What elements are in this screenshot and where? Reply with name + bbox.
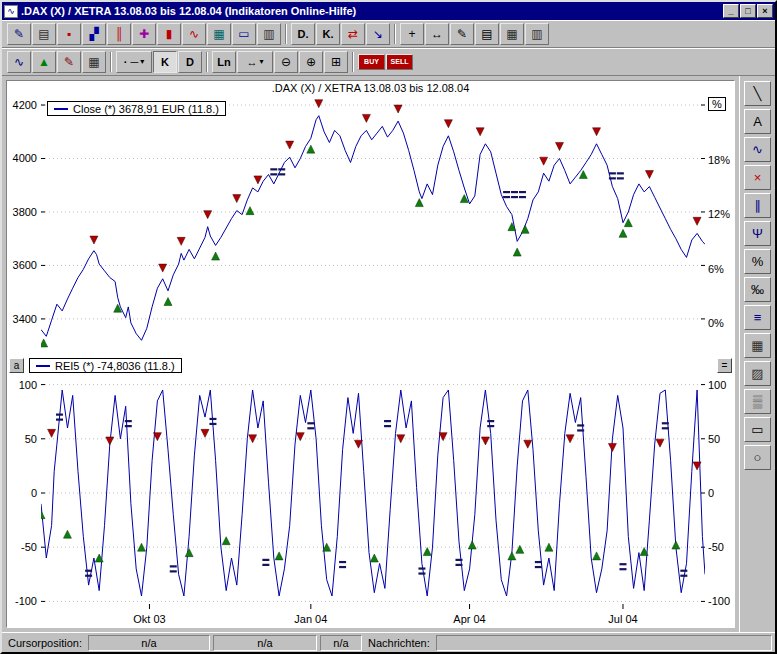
gap-marker	[619, 563, 626, 570]
tile-windows-icon[interactable]: ▥	[525, 23, 549, 45]
gap-marker	[503, 191, 510, 198]
candle-chart-icon[interactable]: ║	[107, 23, 131, 45]
buy-signal-marker	[468, 541, 476, 549]
tile-windows-icon-glyph: ▥	[531, 27, 542, 41]
rei5-legend[interactable]: REI5 (*) -74,8036 (11.8.)	[29, 358, 182, 373]
quote-table-icon[interactable]: ▦	[207, 23, 231, 45]
rei5-axis-tick-label: 100	[7, 379, 37, 391]
chart-window-icon-glyph: ▭	[238, 27, 249, 41]
buy-signal-marker	[164, 298, 172, 306]
buy-signal-marker	[508, 552, 516, 560]
zoom-in-icon[interactable]: ⊕	[299, 51, 323, 73]
buy-signal-marker	[41, 511, 45, 519]
grid-tool-glyph: ▦	[751, 338, 763, 353]
rei5-axis-tick-label: 50	[708, 433, 735, 445]
gap-marker	[680, 570, 687, 577]
text-tool[interactable]: A	[744, 109, 771, 134]
permille-tool[interactable]: ‰	[744, 277, 771, 302]
notes-icon[interactable]: ▤	[475, 23, 499, 45]
pointer-mode-dropdown[interactable]: ↔▾	[237, 51, 273, 73]
period-day-button[interactable]: D.	[291, 23, 315, 45]
buy-signal-marker	[138, 543, 146, 551]
fibonacci-tool[interactable]: ≡	[744, 305, 771, 330]
sell-signal-marker	[90, 236, 98, 244]
zoom-range-icon[interactable]: ⊞	[324, 51, 348, 73]
buy-marker-button[interactable]: BUY	[358, 54, 385, 70]
percent-tool[interactable]: %	[744, 249, 771, 274]
period-day-button-glyph: D.	[298, 28, 309, 40]
pin-chart-icon[interactable]: ✚	[132, 23, 156, 45]
indicator-eq-button[interactable]: =	[717, 358, 732, 373]
log-scale-toggle-glyph: Ln	[217, 56, 230, 68]
chart-window-icon[interactable]: ▭	[232, 23, 256, 45]
pin-chart-icon-glyph: ✚	[139, 27, 149, 41]
sell-signal-marker	[444, 120, 452, 128]
rei5-axis-tick-label: -50	[7, 541, 37, 553]
grid-tool[interactable]: ▦	[744, 333, 771, 358]
layout-icon[interactable]: ▦	[500, 23, 524, 45]
ellipse-tool[interactable]: ○	[744, 445, 771, 470]
period-candle-button[interactable]: K.	[316, 23, 340, 45]
print-icon[interactable]: ▥	[257, 23, 281, 45]
price-axis-tick-label: 4000	[7, 152, 37, 164]
percent-axis-header: %	[708, 97, 726, 111]
gap-marker	[384, 420, 391, 427]
buy-signal-marker	[185, 549, 193, 557]
news-label: Nachrichten:	[365, 637, 433, 649]
maximize-button[interactable]: □	[740, 4, 756, 18]
pointer-move-icon[interactable]: ↔	[425, 23, 449, 45]
pitchfork-tool[interactable]: Ψ	[744, 221, 771, 246]
trendline-tool[interactable]: ╲	[744, 81, 771, 106]
close-button[interactable]: ×	[757, 4, 773, 18]
log-scale-toggle[interactable]: Ln	[212, 51, 236, 73]
bar-view-toggle-glyph: D	[186, 56, 194, 68]
buy-signal-marker	[521, 225, 529, 233]
rei5-axis-tick-label: 50	[7, 433, 37, 445]
sell-marker-button[interactable]: SELL	[386, 54, 413, 70]
shade-tool[interactable]: ▒	[744, 389, 771, 414]
toolbar-separator	[206, 52, 208, 72]
rei5-chart-svg[interactable]	[41, 377, 705, 609]
chart-export-icon[interactable]: ↘	[366, 23, 390, 45]
signal-arrows-icon-glyph: ⇄	[348, 27, 358, 41]
crosshair-icon[interactable]: +	[400, 23, 424, 45]
buy-signal-marker	[423, 548, 431, 556]
candle-view-toggle-glyph: K	[161, 56, 169, 68]
signal-markers-icon[interactable]: ▲	[32, 51, 56, 73]
edit-indicator-icon[interactable]: ✎	[57, 51, 81, 73]
chart-compare-icon[interactable]: ▞	[82, 23, 106, 45]
zoom-range-icon-glyph: ⊞	[331, 55, 341, 69]
chart-area[interactable]: .DAX (X) / XETRA 13.08.03 bis 12.08.04 C…	[6, 80, 735, 628]
line-style-dropdown[interactable]: · ─▾	[116, 51, 152, 73]
minimize-button[interactable]: _	[723, 4, 739, 18]
freehand-tool[interactable]: ∿	[744, 137, 771, 162]
price-legend[interactable]: Close (*) 3678,91 EUR (11.8.)	[47, 101, 226, 116]
sell-signal-marker	[354, 440, 362, 448]
cursor-value-field: n/a	[320, 635, 362, 651]
fibonacci-tool-glyph: ≡	[754, 310, 762, 325]
rectangle-tool[interactable]: ▭	[744, 417, 771, 442]
candle-view-toggle[interactable]: K	[153, 51, 177, 73]
line-chart-icon[interactable]: ∿	[182, 23, 206, 45]
chart-compare-icon-glyph: ▞	[89, 27, 98, 41]
draw-pencil-icon-glyph: ✎	[457, 27, 467, 41]
price-chart-svg[interactable]	[41, 97, 705, 355]
zoom-out-icon[interactable]: ⊖	[274, 51, 298, 73]
app-icon: ∿	[4, 5, 18, 18]
buy-signal-marker	[222, 537, 230, 545]
bar-chart-icon[interactable]: ▮	[157, 23, 181, 45]
bar-view-toggle[interactable]: D	[178, 51, 202, 73]
signal-arrows-icon[interactable]: ⇄	[341, 23, 365, 45]
indicator-list-icon[interactable]: ∿	[7, 51, 31, 73]
portfolio-icon[interactable]: ▪	[57, 23, 81, 45]
pitchfork-tool-glyph: Ψ	[752, 226, 763, 241]
delete-drawing-tool[interactable]: ×	[744, 165, 771, 190]
chart-settings-icon[interactable]: ▦	[82, 51, 106, 73]
zoom-out-icon-glyph: ⊖	[281, 55, 291, 69]
channel-tool[interactable]: ∥	[744, 193, 771, 218]
indicator-a-button[interactable]: a	[9, 358, 24, 373]
copy-chart-icon[interactable]: ▤	[32, 23, 56, 45]
new-chart-icon[interactable]: ✎	[7, 23, 31, 45]
draw-pencil-icon[interactable]: ✎	[450, 23, 474, 45]
hatch-tool[interactable]: ▨	[744, 361, 771, 386]
